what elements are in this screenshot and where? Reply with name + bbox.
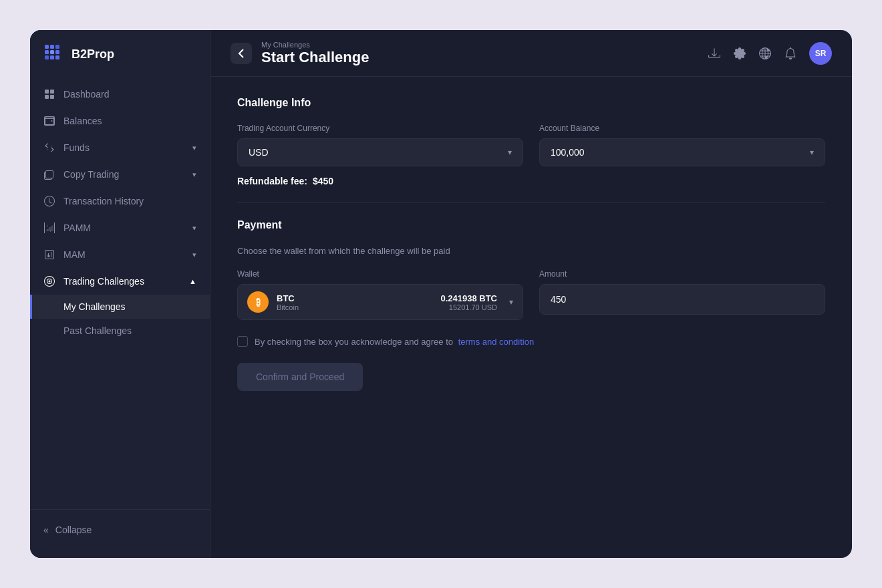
svg-rect-2	[55, 45, 59, 49]
bell-icon[interactable]	[784, 47, 797, 60]
svg-rect-7	[50, 55, 54, 59]
amount-input[interactable]	[539, 284, 825, 315]
copy-trading-chevron: ▾	[192, 170, 196, 179]
sidebar-subitem-past-challenges[interactable]: Past Challenges	[30, 319, 210, 343]
wallet-label: Wallet	[237, 269, 523, 279]
sidebar-item-funds[interactable]: Funds ▾	[30, 134, 210, 161]
nav-section: Dashboard Balances Funds ▾	[30, 81, 210, 504]
balance-label: Account Balance	[539, 124, 825, 133]
wallet-selector[interactable]: ₿ BTC Bitcoin 0.241938 BTC 15201.70 USD …	[237, 284, 523, 320]
trading-challenges-chevron: ▲	[189, 277, 196, 285]
refundable-amount: $450	[313, 176, 333, 186]
currency-group: Trading Account Currency USD ▾	[237, 124, 523, 166]
payment-subtitle: Choose the wallet from which the challen…	[237, 246, 825, 256]
download-icon[interactable]	[708, 47, 721, 60]
sidebar-item-mam-label: MAM	[63, 249, 86, 260]
terms-row: By checking the box you acknowledge and …	[237, 336, 825, 347]
balance-value: 100,000	[551, 147, 585, 158]
svg-rect-5	[55, 50, 59, 54]
btc-icon: ₿	[247, 291, 269, 313]
sidebar-item-dashboard-label: Dashboard	[63, 89, 110, 100]
wallet-balance-btc: 0.241938 BTC	[440, 293, 497, 303]
svg-rect-11	[45, 95, 49, 99]
app-name: B2Prop	[71, 47, 114, 61]
terms-link[interactable]: terms and condition	[458, 337, 534, 347]
challenge-form-row: Trading Account Currency USD ▾ Account B…	[237, 124, 825, 166]
challenge-info-title: Challenge Info	[237, 97, 825, 109]
sidebar-item-balances[interactable]: Balances	[30, 108, 210, 134]
svg-rect-6	[45, 55, 49, 59]
wallet-name: BTC	[277, 293, 432, 303]
payment-title: Payment	[237, 219, 825, 231]
sidebar-item-mam[interactable]: MAM ▾	[30, 241, 210, 268]
main-content: My Challenges Start Challenge	[210, 30, 852, 558]
wallet-icon	[43, 115, 55, 127]
sidebar-item-trading-challenges[interactable]: Trading Challenges ▲	[30, 268, 210, 295]
breadcrumb-area: My Challenges Start Challenge	[261, 41, 369, 66]
collapse-button[interactable]: « Collapse	[30, 515, 210, 545]
main-content-area: Challenge Info Trading Account Currency …	[210, 77, 852, 558]
breadcrumb: My Challenges	[261, 41, 369, 49]
sidebar-item-trading-challenges-label: Trading Challenges	[63, 276, 144, 287]
grid-icon	[43, 88, 55, 100]
settings-icon[interactable]	[733, 47, 746, 60]
svg-rect-8	[55, 55, 59, 59]
payment-row: Wallet ₿ BTC Bitcoin 0.241938 BTC 15201.…	[237, 269, 825, 320]
currency-label: Trading Account Currency	[237, 124, 523, 133]
svg-rect-0	[45, 45, 49, 49]
balance-select[interactable]: 100,000 ▾	[539, 138, 825, 166]
svg-rect-4	[50, 50, 54, 54]
sidebar-divider	[30, 509, 210, 510]
sidebar-item-copy-trading[interactable]: Copy Trading ▾	[30, 161, 210, 188]
avatar[interactable]: SR	[809, 42, 832, 65]
history-icon	[43, 195, 55, 207]
sidebar-item-dashboard[interactable]: Dashboard	[30, 81, 210, 108]
sidebar-item-pamm[interactable]: PAMM ▾	[30, 214, 210, 241]
sidebar-subitem-my-challenges[interactable]: My Challenges	[30, 295, 210, 319]
app-container: B2Prop Dashboard	[30, 30, 852, 558]
wallet-balance-usd: 15201.70 USD	[440, 303, 497, 311]
amount-group: Amount	[539, 269, 825, 315]
header: My Challenges Start Challenge	[210, 30, 852, 77]
funds-chevron: ▾	[192, 144, 196, 152]
svg-rect-9	[45, 90, 49, 94]
pamm-chevron: ▾	[192, 224, 196, 233]
wallet-group: Wallet ₿ BTC Bitcoin 0.241938 BTC 15201.…	[237, 269, 523, 320]
currency-chevron: ▾	[508, 148, 512, 157]
past-challenges-label: Past Challenges	[63, 325, 132, 336]
mam-chevron: ▾	[192, 251, 196, 259]
page-title: Start Challenge	[261, 49, 369, 66]
header-actions: SR	[708, 42, 832, 65]
wallet-sub: Bitcoin	[277, 303, 432, 311]
currency-value: USD	[249, 147, 269, 158]
svg-rect-1	[50, 45, 54, 49]
wallet-info: BTC Bitcoin	[277, 293, 432, 311]
refundable-label: Refundable fee:	[237, 176, 307, 186]
svg-rect-3	[45, 50, 49, 54]
chart-icon	[43, 222, 55, 234]
section-divider	[237, 202, 825, 203]
amount-label: Amount	[539, 269, 825, 279]
target-icon	[43, 275, 55, 287]
logo-icon	[43, 43, 65, 65]
sidebar-item-txhistory-label: Transaction History	[63, 196, 144, 206]
sidebar-item-funds-label: Funds	[63, 142, 90, 153]
collapse-label: Collapse	[55, 525, 92, 535]
wallet-chevron: ▾	[509, 297, 513, 307]
transfer-icon	[43, 142, 55, 154]
back-button[interactable]	[231, 43, 252, 64]
refundable-fee: Refundable fee: $450	[237, 176, 825, 186]
wallet-balance: 0.241938 BTC 15201.70 USD	[440, 293, 497, 311]
mam-icon	[43, 249, 55, 261]
terms-text: By checking the box you acknowledge and …	[255, 337, 534, 347]
currency-select[interactable]: USD ▾	[237, 138, 523, 166]
sidebar-item-pamm-label: PAMM	[63, 223, 91, 233]
copy-icon	[43, 168, 55, 180]
sidebar-item-transaction-history[interactable]: Transaction History	[30, 188, 210, 214]
svg-rect-10	[50, 90, 54, 94]
confirm-button[interactable]: Confirm and Proceed	[237, 363, 363, 391]
globe-icon[interactable]	[758, 47, 772, 60]
balance-group: Account Balance 100,000 ▾	[539, 124, 825, 166]
sidebar: B2Prop Dashboard	[30, 30, 210, 558]
terms-checkbox[interactable]	[237, 336, 248, 347]
